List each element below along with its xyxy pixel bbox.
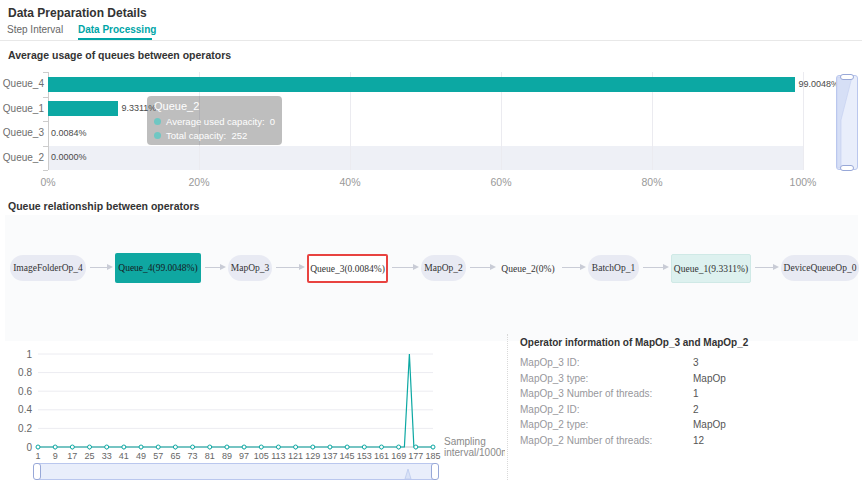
info-row-label: MapOp_2 Number of threads: <box>520 435 652 446</box>
flow-arrow-icon <box>562 267 580 268</box>
operator-info-title: Operator information of MapOp_3 and MapO… <box>520 337 748 348</box>
axis-tick <box>43 121 48 122</box>
bar-queue_4[interactable] <box>48 77 795 92</box>
flow-node-queue_2[interactable]: Queue_2(0%) <box>498 254 558 283</box>
info-row-value: 2 <box>693 404 699 415</box>
x-axis-tick-label: 100% <box>783 176 823 188</box>
flow-arrow-icon <box>276 267 299 268</box>
x-axis-tick-label: 60% <box>481 176 521 188</box>
tooltip-row-text: Total capacity: 252 <box>166 130 247 141</box>
horizontal-datazoom-slider[interactable] <box>36 463 436 480</box>
bar-value-label: 99.0048% <box>798 79 839 89</box>
section-divider <box>507 334 508 480</box>
axis-tick <box>43 146 48 147</box>
page-title: Data Preparation Details <box>8 6 147 20</box>
svg-text:0.6: 0.6 <box>18 386 32 397</box>
flow-node-queue_3[interactable]: Queue_3(0.0084%) <box>307 254 388 283</box>
svg-text:137: 137 <box>322 451 337 460</box>
axis-tick <box>43 72 48 73</box>
svg-text:113: 113 <box>271 451 285 460</box>
data-preparation-details-page: Data Preparation Details Average usage o… <box>0 0 862 483</box>
tooltip-row: Total capacity: 252 <box>154 130 275 141</box>
svg-text:65: 65 <box>170 451 180 460</box>
svg-text:97: 97 <box>239 451 249 460</box>
sampling-line-chart[interactable]: 10.80.60.40.2019172533414957657381899710… <box>0 340 500 460</box>
hovered-row-band <box>48 146 803 171</box>
flow-arrow-icon <box>643 267 663 268</box>
svg-text:81: 81 <box>205 451 215 460</box>
tab-data-processing[interactable]: Data Processing <box>78 24 156 35</box>
datazoom-left-handle[interactable] <box>33 463 41 480</box>
datazoom-top-handle[interactable] <box>840 74 854 80</box>
bar-category-label: Queue_4 <box>0 78 44 89</box>
svg-text:89: 89 <box>222 451 232 460</box>
axis-tick <box>43 170 48 171</box>
info-row-label: MapOp_3 Number of threads: <box>520 388 652 399</box>
flow-arrow-icon <box>205 267 220 268</box>
datazoom-right-handle[interactable] <box>431 463 439 480</box>
queue-relationship-diagram: ImageFolderOp_4Queue_4(99.0048%)MapOp_3Q… <box>5 215 858 341</box>
info-row-value: MapOp <box>693 419 726 430</box>
bar-category-label: Queue_2 <box>0 152 44 163</box>
svg-text:185: 185 <box>425 451 440 460</box>
svg-text:177: 177 <box>408 451 423 460</box>
svg-text:161: 161 <box>374 451 389 460</box>
bar-category-label: Queue_3 <box>0 127 44 138</box>
flow-title: Queue relationship between operators <box>8 200 199 212</box>
svg-text:105: 105 <box>254 451 269 460</box>
svg-text:9: 9 <box>53 451 58 460</box>
svg-text:49: 49 <box>136 451 146 460</box>
info-row-label: MapOp_2 ID: <box>520 404 579 415</box>
svg-text:145: 145 <box>340 451 355 460</box>
info-row-label: MapOp_2 type: <box>520 419 588 430</box>
flow-node-devicequeueop_0[interactable]: DeviceQueueOp_0 <box>781 255 859 281</box>
sampling-axis-label: Sampling interval/1000ms <box>444 436 505 459</box>
svg-text:153: 153 <box>357 451 372 460</box>
tooltip-row-text: Average used capacity: 0 <box>166 116 275 127</box>
flow-node-mapop_2[interactable]: MapOp_2 <box>421 255 466 281</box>
svg-text:25: 25 <box>85 451 95 460</box>
axis-tick <box>43 97 48 98</box>
tooltip: Queue_2Average used capacity: 0Total cap… <box>147 96 282 145</box>
svg-text:121: 121 <box>288 451 303 460</box>
x-axis-tick-label: 0% <box>28 176 68 188</box>
info-row-value: 12 <box>693 435 704 446</box>
svg-text:73: 73 <box>188 451 198 460</box>
info-row-label: MapOp_3 ID: <box>520 357 579 368</box>
svg-text:0.4: 0.4 <box>18 404 32 415</box>
svg-text:41: 41 <box>119 451 129 460</box>
tab-bar-divider <box>0 40 862 41</box>
bar-value-label: 0.0000% <box>51 152 87 162</box>
flow-arrow-icon <box>392 267 413 268</box>
datazoom-shadow <box>837 76 857 169</box>
vertical-datazoom-slider[interactable] <box>836 75 858 170</box>
svg-text:169: 169 <box>391 451 406 460</box>
info-row-label: MapOp_3 type: <box>520 373 588 384</box>
flow-arrow-icon <box>90 267 107 268</box>
svg-text:17: 17 <box>67 451 77 460</box>
queue-usage-chart[interactable]: Queue_499.0048%Queue_19.3311%Queue_30.00… <box>0 64 862 189</box>
datazoom-shadow <box>37 464 435 479</box>
bar-value-label: 0.0084% <box>51 128 87 138</box>
svg-text:57: 57 <box>153 451 163 460</box>
tooltip-row: Average used capacity: 0 <box>154 116 275 127</box>
bar-queue_1[interactable] <box>48 101 118 116</box>
flow-node-mapop_3[interactable]: MapOp_3 <box>228 255 272 281</box>
x-axis-tick-label: 40% <box>330 176 370 188</box>
x-axis-tick-label: 80% <box>632 176 672 188</box>
flow-node-batchop_1[interactable]: BatchOp_1 <box>588 255 639 281</box>
datazoom-bottom-handle[interactable] <box>840 165 854 171</box>
tab-step-interval[interactable]: Step Interval <box>7 24 63 35</box>
info-row-value: 3 <box>693 357 699 368</box>
queue-usage-title: Average usage of queues between operator… <box>8 49 231 61</box>
info-row-value: 1 <box>693 388 699 399</box>
flow-node-queue_1[interactable]: Queue_1(9.3311%) <box>671 254 751 283</box>
svg-text:33: 33 <box>102 451 112 460</box>
svg-text:0.2: 0.2 <box>18 423 32 434</box>
info-row-value: MapOp <box>693 373 726 384</box>
bar-category-label: Queue_1 <box>0 103 44 114</box>
svg-text:1: 1 <box>35 451 40 460</box>
flow-node-imagefolderop_4[interactable]: ImageFolderOp_4 <box>10 255 86 281</box>
active-tab-underline <box>78 38 152 40</box>
flow-node-queue_4[interactable]: Queue_4(99.0048%) <box>115 253 201 283</box>
